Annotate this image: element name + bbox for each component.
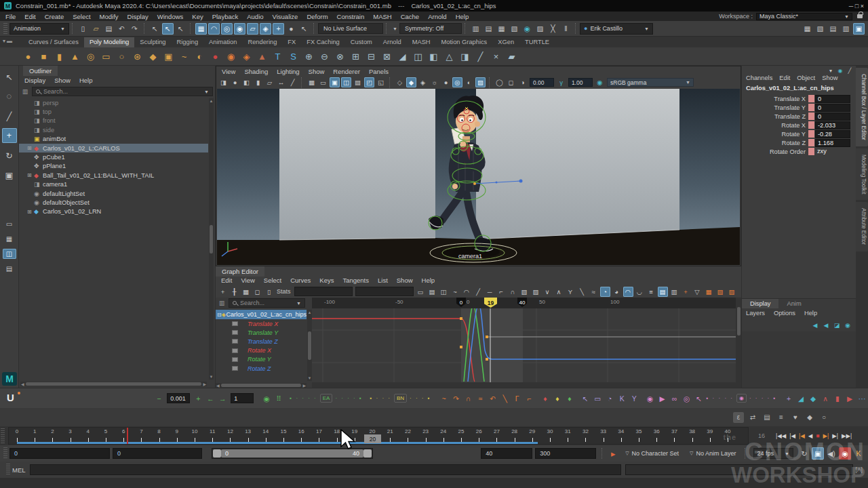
tab-sculpting[interactable]: Sculpting [134,37,171,47]
prev-key-button[interactable]: ← [205,393,216,404]
layer-next-icon[interactable]: ◀ [821,321,831,330]
pivot-icon[interactable]: + [783,393,794,404]
mirror-icon[interactable]: ◨ [458,49,472,64]
bookmark-icon[interactable]: ▮ [253,77,263,87]
plateau-tangents-icon[interactable]: ∩ [508,287,518,297]
scroll-left-icon[interactable]: ◀ [21,382,24,386]
region-select-keys-icon[interactable]: ◻ [252,287,262,297]
unify-tangents-icon[interactable]: ∧ [554,287,564,297]
menu-show[interactable]: Show [397,277,413,284]
poly-sphere-icon[interactable]: ● [21,49,35,64]
boolean-intersection-icon[interactable]: ⊗ [333,49,347,64]
channel-value[interactable]: zxy [815,148,850,156]
outliner-item[interactable]: ◨persp [19,98,208,107]
open-dope-sheet-icon[interactable]: ▦ [704,287,714,297]
isolate-curve-icon[interactable]: ▥ [669,287,679,297]
walk-cycle-icon[interactable]: K [616,393,627,404]
lock-selection-icon[interactable]: ● [285,23,297,35]
pin-channel-box-icon[interactable]: ▾ [827,66,835,75]
free-tangent-weight-icon[interactable]: Y [566,287,576,297]
channel-box-toggle-icon[interactable]: ▥ [840,23,852,35]
combine-icon[interactable]: ⊞ [349,49,363,64]
menu-view[interactable]: View [241,277,254,284]
poly-helix-icon[interactable]: ~ [177,49,191,64]
character-set-dropdown[interactable]: ▽ No Character Set [625,450,679,457]
play-backwards-button[interactable]: ◀ [807,432,814,439]
graph-channel-row[interactable]: Translate Y [216,328,307,337]
expand-icon[interactable]: ⊞ [27,145,34,151]
range-end-handle[interactable] [363,449,372,458]
snap-to-curve-icon[interactable]: ◠ [208,23,220,35]
scrollbar-thumb[interactable] [308,331,311,360]
select-by-object-icon[interactable]: ↖ [162,23,174,35]
retime-tool-icon[interactable]: ▯ [264,287,274,297]
tab-anim[interactable]: Anim [778,299,809,308]
range-marker[interactable]: 0 [456,298,466,307]
current-time-indicator[interactable]: 20 [364,434,381,443]
target-weld-icon[interactable]: × [489,49,503,64]
select-tool-icon[interactable]: ↖ [2,69,17,84]
menu-constrain[interactable]: Constrain [337,13,365,20]
pose-value-field[interactable]: 1 [231,393,254,403]
quad-draw-icon[interactable]: ▰ [505,49,519,64]
color-management-icon[interactable]: ◉ [595,77,605,87]
menu-panels[interactable]: Panels [369,68,389,75]
outliner-item[interactable]: ◨side [19,125,208,134]
auto-tangents-icon[interactable]: ≈ [589,287,599,297]
chevron-down-icon[interactable]: ▼ [393,26,397,31]
launch-render-setup-icon[interactable]: ╳ [547,23,559,35]
pre-infinity-cycle-icon[interactable]: ◠ [623,287,633,297]
channel-row[interactable]: Rotate Y-0.28 [742,129,856,138]
multi-cut-icon[interactable]: ╱ [473,49,488,64]
rotate-tool-icon[interactable]: ↻ [2,148,17,163]
hexagon-icon[interactable]: ◆ [804,412,815,423]
interactive-playback-icon[interactable]: K [852,447,865,460]
menu-windows[interactable]: Windows [157,13,184,20]
shadows-icon[interactable]: ● [441,77,451,87]
menu-help[interactable]: Help [422,277,435,284]
ease-slider-right[interactable]: · · · · ▪ [335,395,362,401]
symmetry-field[interactable]: Symmetry: Off [399,23,462,34]
box-select-keys-icon[interactable]: ▭ [592,393,603,404]
post-infinity-cycle-icon[interactable]: ◡ [635,287,645,297]
extrude-icon[interactable]: ◧ [427,49,441,64]
tab-display[interactable]: Display [742,299,778,308]
filter-curves-icon[interactable]: ▽ [692,287,703,297]
step-back-frame-button[interactable]: |◀ [788,432,797,439]
retarget-icon[interactable]: ⇄ [747,412,758,423]
menu-select[interactable]: Select [264,277,281,284]
layer-prev-icon[interactable]: ◀ [810,321,820,330]
spline-tangents-icon[interactable]: ~ [450,287,460,297]
outliner-item[interactable]: ▣animBot [19,135,208,144]
outliner-item[interactable]: ✥pCube1 [19,152,208,161]
lasso-tool-icon[interactable]: ◌ [2,89,17,104]
timeline-ruler[interactable]: 0123456789101112131415161718192021222324… [8,427,749,445]
flat-tangents-icon[interactable]: ─ [485,287,495,297]
gamma-field[interactable]: 1.00 [568,78,593,87]
expand-icon[interactable]: ⊞ [27,209,34,215]
poly-cylinder-icon[interactable]: ▮ [52,49,66,64]
menu-audio[interactable]: Audio [247,13,263,20]
set-range-key-icon[interactable]: ▸ [607,447,619,460]
snap-to-grid-icon[interactable]: ▦ [195,23,207,35]
close-button[interactable]: × [861,3,864,9]
single-pane-layout-icon[interactable]: ▭ [3,219,16,229]
separate-icon[interactable]: ⊟ [364,49,378,64]
current-frame-marker[interactable]: 19 [484,298,497,308]
key-red-icon[interactable]: ♦ [540,393,551,404]
tween-value-field[interactable]: 0.001 [167,393,190,403]
expand-icon[interactable]: ⊞ [27,172,34,178]
highlight-selection-mode-icon[interactable]: ↖ [298,23,310,35]
menu-channels[interactable]: Channels [746,75,772,81]
channel-row[interactable]: Translate X0 [742,94,856,103]
poly-disc-icon[interactable]: ○ [115,49,129,64]
hypershade-persp-layout-icon[interactable]: ▤ [3,264,16,274]
open-scene-icon[interactable]: ▱ [90,23,102,35]
pose-slider-left[interactable]: ▪ · · · · [707,395,734,401]
step-forward-key-button[interactable]: ▶| [821,432,830,439]
redo-icon[interactable]: ↷ [129,23,140,35]
resolution-gate-icon[interactable]: ▣ [330,77,340,87]
channel-value[interactable]: -0.28 [815,130,850,138]
scale-tool-icon[interactable]: ▣ [2,167,17,182]
extract-icon[interactable]: ⊠ [380,49,394,64]
